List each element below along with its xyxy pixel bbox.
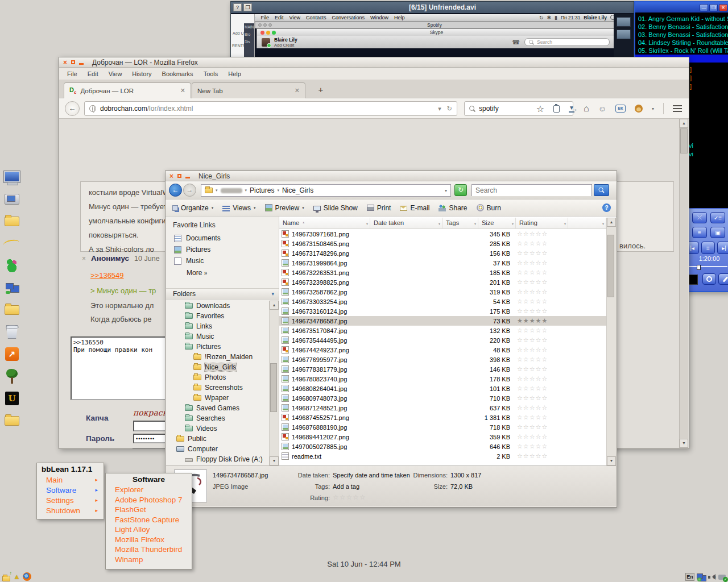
breadcrumb-nice-girls[interactable]: Nice_Girls bbox=[282, 186, 313, 194]
file-row[interactable]: 1496730971681.png 345 KB bbox=[279, 229, 606, 239]
player-titlebar[interactable]: ? ❒ [6/15] Unfriended.avi bbox=[231, 2, 634, 13]
close-button[interactable]: ✕ bbox=[719, 4, 727, 11]
menu-item[interactable]: View bbox=[109, 70, 122, 77]
volume-tray-icon[interactable]: )) bbox=[708, 573, 716, 581]
tree-item[interactable]: Downloads bbox=[166, 301, 269, 311]
toolbar-button[interactable]: Organize ▾ bbox=[172, 204, 213, 212]
rating-stars[interactable] bbox=[515, 288, 567, 296]
menu-item[interactable]: History bbox=[132, 70, 151, 77]
rating-stars[interactable] bbox=[515, 278, 567, 286]
minimize-button[interactable] bbox=[185, 177, 190, 178]
rating-stars[interactable] bbox=[515, 327, 567, 334]
tools-button[interactable] bbox=[718, 273, 728, 285]
back-button[interactable]: ← bbox=[65, 101, 80, 116]
close-tab-icon[interactable]: ✕ bbox=[295, 87, 300, 94]
desktop-icon[interactable] bbox=[3, 192, 20, 206]
alarm-button[interactable] bbox=[702, 273, 716, 285]
refresh-button[interactable]: ↻ bbox=[454, 184, 467, 196]
software-menu-item[interactable]: FlashGet bbox=[106, 505, 192, 515]
desktop-icon[interactable] bbox=[3, 413, 20, 428]
mac-menu-item[interactable]: View bbox=[289, 15, 300, 20]
bblean-menu-item[interactable]: Shutdown▸ bbox=[37, 505, 104, 516]
home-icon[interactable]: ⌂ bbox=[584, 103, 589, 114]
addon-dropdown-icon[interactable]: ▾ bbox=[652, 106, 654, 111]
tree-item[interactable]: Pictures bbox=[166, 342, 269, 352]
hide-post-icon[interactable]: × bbox=[82, 255, 86, 263]
back-button[interactable]: ← bbox=[169, 184, 182, 197]
phone-icon[interactable]: ☎ bbox=[512, 39, 520, 46]
favorite-link[interactable]: Music bbox=[166, 255, 279, 267]
breadcrumb-dropdown-icon[interactable]: ▾ bbox=[445, 188, 447, 193]
tree-item[interactable]: Wpaper bbox=[166, 393, 269, 403]
tree-item[interactable]: !Rozen_Maiden bbox=[166, 352, 269, 362]
playlist-track[interactable]: 02. Benny Benassi - Satisfaction bbox=[635, 23, 728, 31]
tab-new-tab[interactable]: New Tab ✕ bbox=[192, 82, 305, 98]
desktop-icon[interactable] bbox=[3, 214, 20, 228]
faststone-tray-icon[interactable]: ▲ bbox=[13, 573, 20, 580]
software-menu-item[interactable]: Mozilla Firefox bbox=[106, 535, 192, 545]
toolbar-button[interactable]: Share ▾ bbox=[439, 204, 467, 212]
file-row[interactable]: 1496731508465.png 285 KB bbox=[279, 239, 606, 248]
file-row[interactable]: 1496874552571.png 1 381 KB bbox=[279, 413, 606, 422]
copy-list-button[interactable]: ▣ bbox=[710, 227, 725, 238]
folders-band[interactable]: Folders ▾ bbox=[166, 288, 279, 300]
file-row[interactable]: 1497005027885.jpg 646 KB bbox=[279, 442, 606, 451]
password-field[interactable]: •••••••• bbox=[133, 434, 167, 443]
software-menu-item[interactable]: Light Alloy bbox=[106, 525, 192, 535]
url-bar[interactable]: dobrochan.com/lor/index.xhtml ▾ ↻ bbox=[84, 101, 457, 116]
browse-button[interactable]: Browse_ bbox=[132, 448, 167, 449]
list-scrollbar[interactable]: ▲ ▼ bbox=[606, 218, 616, 465]
minimize-button[interactable] bbox=[79, 63, 84, 65]
rating-stars[interactable] bbox=[515, 375, 567, 383]
site-identity-icon[interactable] bbox=[89, 105, 96, 112]
software-menu-item[interactable]: FastStone Capture bbox=[106, 515, 192, 525]
maximize-button[interactable] bbox=[71, 60, 75, 64]
favorite-link[interactable]: Documents bbox=[166, 232, 279, 244]
playlist-track[interactable]: 05. Skrillex - Rock N' Roll (Will Tal bbox=[635, 47, 728, 55]
rating-stars[interactable] bbox=[515, 298, 567, 305]
mac-menu-item[interactable]: Contacts bbox=[306, 15, 326, 20]
playlist-titlebar[interactable]: — ❒ ✕ bbox=[635, 2, 728, 13]
tree-item[interactable]: Computer bbox=[166, 444, 269, 454]
rating-stars[interactable] bbox=[515, 365, 567, 373]
list-button[interactable]: ≡ bbox=[692, 227, 707, 238]
file-row[interactable]: 1496732587862.jpg 319 KB bbox=[279, 287, 606, 297]
column-header[interactable]: Tags▾ bbox=[442, 218, 478, 229]
file-row[interactable]: 1496780823740.jpg 178 KB bbox=[279, 374, 606, 384]
breadcrumb[interactable]: ▾ ▾ Pictures ▾ Nice_Girls ▾ bbox=[201, 184, 451, 197]
select-tracks-button[interactable]: ✓≡ bbox=[710, 212, 725, 223]
details-tags[interactable]: Add a tag bbox=[333, 483, 359, 490]
file-row[interactable]: 1496871248521.jpg 637 KB bbox=[279, 403, 606, 413]
toolbar-button[interactable]: Preview ▾ bbox=[265, 204, 304, 212]
monkey-addon-icon[interactable] bbox=[635, 105, 643, 113]
tree-item[interactable]: Screenshots bbox=[166, 383, 269, 393]
scroll-down-arrow[interactable]: ▼ bbox=[270, 456, 279, 465]
file-row[interactable]: 1496876888190.jpg 718 KB bbox=[279, 422, 606, 432]
rating-stars[interactable] bbox=[515, 433, 567, 440]
explorer-titlebar[interactable]: × Nice_Girls bbox=[166, 171, 617, 181]
forward-button[interactable]: → bbox=[183, 184, 196, 197]
favorite-link[interactable]: Pictures bbox=[166, 244, 279, 255]
scroll-down-arrow[interactable]: ▼ bbox=[680, 439, 688, 448]
vk-icon[interactable]: ВК bbox=[615, 105, 626, 113]
column-header[interactable]: Date taken▾ bbox=[370, 218, 442, 229]
desktop-icon[interactable] bbox=[3, 302, 20, 317]
scroll-thumb[interactable] bbox=[680, 128, 688, 153]
file-row[interactable]: 1496733033254.jpg 54 KB bbox=[279, 297, 606, 306]
tree-item[interactable]: Floppy Disk Drive (A:) bbox=[166, 454, 269, 464]
menu-button[interactable]: ≡ bbox=[701, 242, 715, 254]
tab-dobrochan[interactable]: Dc Доброчан — LOR ✕ bbox=[64, 82, 191, 98]
network-tray-icon[interactable] bbox=[697, 573, 706, 581]
playlist-track[interactable]: 03. Benny Benassi - Satisfaction. bbox=[635, 31, 728, 39]
menu-item[interactable]: Help bbox=[228, 70, 241, 77]
tree-item[interactable]: Music bbox=[166, 331, 269, 342]
rating-stars[interactable] bbox=[515, 452, 567, 460]
page-scrollbar[interactable]: ▲ ▼ bbox=[679, 119, 688, 448]
firefox-tray-icon[interactable] bbox=[23, 572, 31, 581]
more-link[interactable]: More » bbox=[166, 269, 279, 280]
file-row[interactable]: 1496734786587.jpg 73 KB bbox=[279, 316, 606, 326]
file-row[interactable]: 1496894412027.png 359 KB bbox=[279, 432, 606, 442]
skype-add-credit[interactable]: Add Credit bbox=[274, 43, 297, 48]
tree-scrollbar[interactable]: ▲ ▼ bbox=[269, 301, 279, 465]
software-menu-item[interactable]: Explorer bbox=[106, 485, 192, 495]
